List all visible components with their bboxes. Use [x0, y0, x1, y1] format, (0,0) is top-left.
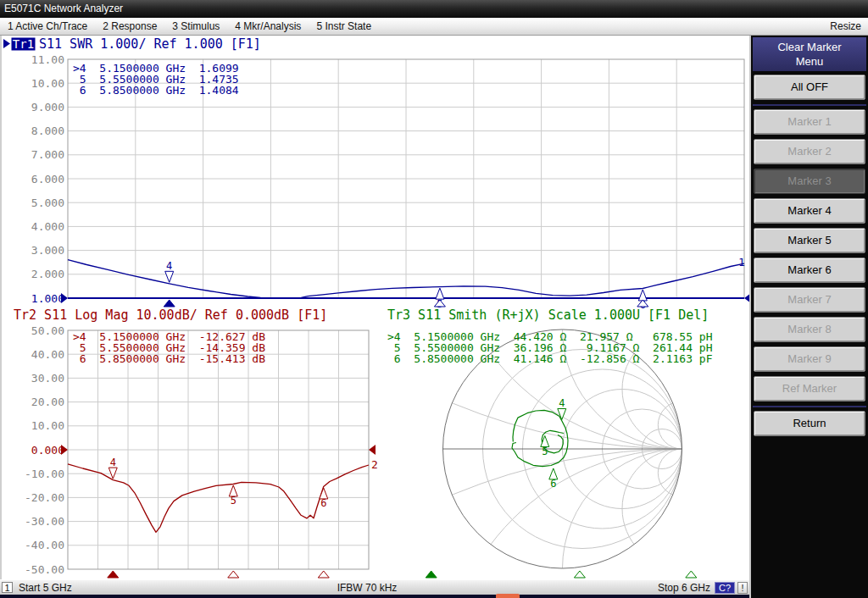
svg-text:9.000: 9.000 [31, 101, 64, 114]
softkey-marker-3[interactable]: Marker 3 [754, 169, 865, 194]
ifbw-label: IFBW 70 kHz [337, 581, 398, 595]
svg-text:40.00: 40.00 [31, 348, 64, 361]
menu-item-1[interactable]: 1 Active Ch/Trace [0, 18, 95, 35]
svg-text:6 5.8500000 GHz -15.413 dB: 6 5.8500000 GHz -15.413 dB [73, 352, 265, 365]
title-bar: E5071C Network Analyzer [0, 0, 868, 18]
svg-text:-10.00: -10.00 [25, 468, 64, 480]
tr3-trace-outer [512, 410, 568, 466]
softkey-sidebar: Clear Marker Menu All OFFMarker 1Marker … [749, 36, 868, 598]
svg-text:6 5.8500000 GHz 1.4084: 6 5.8500000 GHz 1.4084 [73, 84, 239, 97]
menu-bar: Resize 1 Active Ch/Trace2 Response3 Stim… [0, 18, 868, 36]
resize-button[interactable]: Resize [823, 18, 868, 35]
svg-text:2.000: 2.000 [31, 268, 64, 280]
svg-text:6: 6 [320, 497, 326, 509]
softkey-marker-6[interactable]: Marker 6 [754, 257, 865, 283]
svg-text:2: 2 [371, 458, 378, 471]
softkey-separator [753, 104, 866, 106]
svg-text:6: 6 [550, 478, 556, 490]
softkey-menu-title: Clear Marker Menu [753, 37, 866, 71]
softkey-marker-2[interactable]: Marker 2 [754, 139, 865, 164]
display-area: 11.0010.009.0008.0007.0006.0005.0004.000… [0, 36, 749, 579]
softkey-ref-marker[interactable]: Ref Marker [754, 376, 865, 401]
svg-text:4: 4 [110, 457, 116, 468]
tr1-chart: 11.0010.009.0008.0007.0006.0005.0004.000… [3, 36, 749, 311]
svg-text:10.00: 10.00 [31, 419, 64, 432]
svg-text:5.000: 5.000 [31, 197, 64, 209]
svg-text:Tr2 S11 Log Mag 10.00dB/ Ref 0: Tr2 S11 Log Mag 10.00dB/ Ref 0.000dB [F1… [14, 307, 327, 323]
svg-text:-40.00: -40.00 [25, 539, 64, 551]
status-bar: 1 Start 5 GHz IFBW 70 kHz Stop 6 GHz C? … [0, 579, 749, 595]
svg-text:1: 1 [738, 256, 745, 269]
svg-text:4: 4 [559, 397, 565, 409]
svg-text:10.00: 10.00 [31, 77, 64, 90]
svg-text:Tr1: Tr1 [13, 37, 34, 51]
svg-text:1.000: 1.000 [31, 292, 64, 305]
svg-text:5: 5 [231, 495, 236, 507]
svg-text:-30.00: -30.00 [25, 515, 64, 528]
svg-text:30.00: 30.00 [31, 372, 64, 385]
softkey-return[interactable]: Return [754, 411, 865, 436]
svg-text:4: 4 [166, 260, 172, 272]
tr2-chart: 50.0040.0030.0020.0010.000.000-10.00-20.… [14, 307, 378, 579]
svg-text:7.000: 7.000 [31, 148, 64, 161]
correction-badge: C? [715, 582, 735, 594]
svg-text:S11 SWR 1.000/ Ref 1.000 [F1]: S11 SWR 1.000/ Ref 1.000 [F1] [39, 36, 261, 52]
svg-text:20.00: 20.00 [31, 396, 64, 408]
svg-text:8.000: 8.000 [31, 125, 64, 137]
softkey-marker-1[interactable]: Marker 1 [754, 109, 865, 135]
svg-text:Tr3 S11 Smith (R+jX) Scale 1.0: Tr3 S11 Smith (R+jX) Scale 1.000U [F1 De… [387, 307, 709, 323]
svg-text:4.000: 4.000 [31, 220, 64, 233]
svg-text:6.000: 6.000 [31, 173, 64, 185]
svg-text:-20.00: -20.00 [25, 491, 64, 504]
svg-text:0.000: 0.000 [31, 444, 64, 457]
channel-indicator: 1 [2, 582, 13, 593]
window-title: E5071C Network Analyzer [4, 3, 123, 14]
softkey-all-off[interactable]: All OFF [754, 75, 865, 100]
svg-text:11.00: 11.00 [31, 53, 64, 66]
bottom-edge [0, 595, 749, 598]
charts-area: 11.0010.009.0008.0007.0006.0005.0004.000… [2, 36, 749, 579]
softkey-marker-5[interactable]: Marker 5 [754, 228, 865, 253]
start-frequency-label: Start 5 GHz [19, 581, 72, 595]
softkey-marker-8[interactable]: Marker 8 [754, 317, 865, 342]
background-window-sliver [496, 594, 520, 598]
menu-item-3[interactable]: 3 Stimulus [164, 18, 227, 35]
svg-text:50.00: 50.00 [31, 324, 64, 337]
menu-item-4[interactable]: 4 Mkr/Analysis [227, 18, 309, 35]
softkey-separator [753, 406, 866, 407]
softkey-marker-7[interactable]: Marker 7 [754, 287, 865, 313]
svg-text:6 5.8500000 GHz 41.146 Ω -1: 6 5.8500000 GHz 41.146 Ω -12.856 Ω 2.116… [387, 352, 713, 365]
svg-text:5: 5 [542, 446, 548, 457]
svg-text:3.000: 3.000 [31, 244, 64, 257]
softkey-marker-4[interactable]: Marker 4 [754, 198, 865, 224]
stop-frequency-label: Stop 6 GHz [658, 581, 710, 595]
menu-item-2[interactable]: 2 Response [95, 18, 164, 35]
alert-indicator: ! [737, 582, 748, 594]
softkey-marker-9[interactable]: Marker 9 [754, 346, 865, 372]
menu-item-5[interactable]: 5 Instr State [309, 18, 379, 35]
svg-text:-50.00: -50.00 [25, 563, 64, 576]
